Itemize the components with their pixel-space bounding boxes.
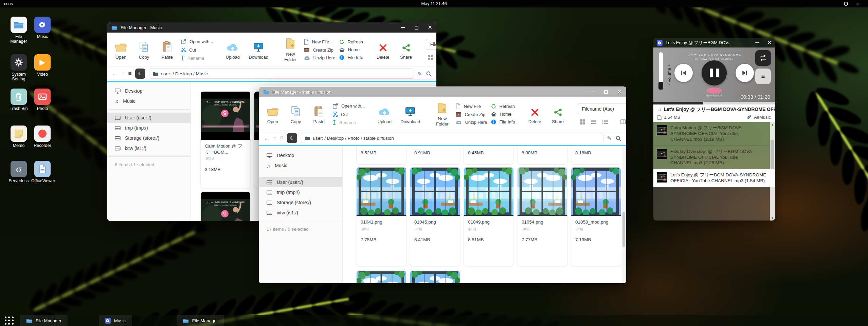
maximize-button[interactable]	[415, 26, 418, 30]
previous-button[interactable]	[674, 64, 693, 82]
sidebar-item-ixtw-drive[interactable]: ixtw (is1:/)	[107, 143, 191, 153]
playlist-item[interactable]: Holiday Overslept @ フリーBGM DOVA-SYNDROME…	[653, 146, 775, 170]
unzip-here-button[interactable]: Unzip Here	[304, 55, 335, 60]
back-icon[interactable]: ←	[112, 71, 118, 77]
edit-path-icon[interactable]: ✎	[607, 135, 612, 141]
upload-button[interactable]: Upload	[223, 40, 242, 60]
scroll-down-icon[interactable]: ▼	[771, 216, 774, 220]
file-card-partial-bottom[interactable]	[356, 270, 406, 283]
menu-list-icon[interactable]: ≡	[128, 70, 132, 77]
sidebar-item-user-drive[interactable]: User (user:/)	[259, 177, 342, 187]
view-grid-icon[interactable]	[580, 119, 585, 124]
file-card-01054[interactable]: 01054.png .png 7.77MB	[517, 167, 567, 266]
new-file-button[interactable]: New File	[456, 103, 487, 109]
home-button[interactable]: Home	[339, 47, 363, 52]
taskbar-item-file-manager-2[interactable]: File Manager	[177, 315, 224, 326]
taskbar-item-file-manager-1[interactable]: File Manager	[20, 315, 68, 326]
up-icon[interactable]: ↑	[273, 135, 276, 141]
sidebar-item-ixtw-drive[interactable]: ixtw (is1:/)	[259, 208, 342, 218]
file-card-partial[interactable]: 8.00MB	[517, 146, 567, 165]
desktop-icon-officeviewer[interactable]: OfficeViewer	[31, 161, 54, 183]
cut-button[interactable]: Cut	[181, 47, 213, 53]
copy-button[interactable]: Copy	[134, 40, 153, 60]
file-card-partial[interactable]: 8.52MB	[356, 146, 406, 165]
view-columns-icon[interactable]	[620, 119, 626, 124]
new-folder-button[interactable]: New Folder	[281, 37, 300, 62]
path-field[interactable]: user: / Desktop / Photo / stable diffusi…	[301, 133, 603, 143]
cut-button[interactable]: Cut	[332, 112, 365, 117]
sidebar-item-desktop[interactable]: Desktop	[259, 150, 342, 160]
file-card-partial[interactable]: 8.45MB	[464, 146, 514, 165]
window1-titlebar[interactable]: File Manager - Music ✕	[107, 22, 436, 33]
file-card-partial-bottom[interactable]	[410, 270, 460, 283]
minimize-button[interactable]	[755, 42, 759, 43]
new-folder-button[interactable]: New Folder	[433, 101, 452, 127]
rename-button[interactable]: Rename	[332, 120, 365, 125]
playlist-button[interactable]: ≡	[755, 69, 771, 84]
open-button[interactable]: Open	[263, 104, 282, 124]
up-icon[interactable]: ↑	[122, 71, 125, 77]
share-button[interactable]: Share	[548, 104, 567, 124]
sort-dropdown[interactable]: Filename (Asc)▼	[426, 39, 436, 50]
files-scrollbar[interactable]	[622, 146, 626, 283]
playlist-scrollbar[interactable]: ▲ ▼	[770, 122, 775, 220]
file-card-row2[interactable]	[200, 192, 251, 221]
file-card-01049[interactable]: 01049.png .png 8.51MB	[464, 167, 514, 266]
share-button[interactable]: Share	[397, 40, 416, 60]
taskbar-item-music[interactable]: Music	[99, 315, 132, 326]
path-field[interactable]: user: / Desktop / Music	[149, 69, 414, 79]
maximize-button[interactable]	[604, 90, 608, 94]
view-detail-icon[interactable]	[602, 119, 608, 124]
open-with-button[interactable]: Open with...	[181, 39, 213, 44]
file-card-calm-motion[interactable]: Calm Motion @ フリーBGM... .mp3 3.18MB	[200, 91, 251, 188]
sort-dropdown[interactable]: Filename (Asc)▼	[578, 103, 626, 114]
sidebar-item-music[interactable]: ♫ Music	[259, 160, 342, 171]
progress-bar[interactable]	[653, 102, 775, 104]
new-file-button[interactable]: New File	[304, 39, 335, 45]
scroll-up-icon[interactable]: ▲	[771, 123, 774, 126]
back-icon[interactable]: ←	[264, 135, 270, 141]
player-titlebar[interactable]: Let’s Enjoy @ フリーBGM DOV... ✕	[653, 38, 775, 47]
close-button[interactable]: ✕	[617, 89, 622, 95]
refresh-button[interactable]: Refresh	[491, 104, 515, 109]
view-list-icon[interactable]	[591, 119, 596, 124]
unzip-here-button[interactable]: Unzip Here	[456, 120, 487, 125]
paste-button[interactable]: Paste	[309, 104, 328, 124]
playlist-item[interactable]: Calm Motion @ フリーBGM DOVA-SYNDROME OFFIC…	[653, 122, 775, 146]
file-card-01058-mod[interactable]: 01058_mod.png .png 7.19MB	[571, 167, 621, 266]
file-card-01041[interactable]: 01041.png .png 7.75MB	[356, 167, 406, 266]
desktop-icon-photo[interactable]: Photo	[31, 89, 54, 111]
view-grid-icon[interactable]	[428, 55, 433, 60]
scroll-thumb[interactable]	[771, 140, 774, 169]
file-card-partial[interactable]: 8.18MB	[571, 146, 621, 165]
download-button[interactable]: Download	[398, 104, 422, 124]
app-launcher-button[interactable]	[4, 316, 14, 325]
window2-titlebar[interactable]: File Manager - stable diffusion ✕	[259, 87, 626, 97]
sidebar-item-user-drive[interactable]: User (user:/)	[107, 113, 191, 123]
sidebar-item-tmp-drive[interactable]: tmp (tmp:/)	[259, 187, 342, 197]
dark-mode-toggle[interactable]: ☾	[287, 133, 297, 143]
sidebar-item-desktop[interactable]: Desktop	[107, 86, 191, 96]
file-info-button[interactable]: File Info	[491, 119, 515, 124]
close-button[interactable]: ✕	[767, 40, 772, 46]
repeat-button[interactable]	[755, 50, 771, 66]
paste-button[interactable]: Paste	[158, 40, 177, 60]
delete-button[interactable]: Delete	[525, 104, 544, 124]
home-button[interactable]: Home	[491, 112, 515, 117]
menu-list-icon[interactable]: ≡	[280, 135, 284, 141]
desktop-icon-memo[interactable]: Memo	[7, 126, 30, 148]
desktop-icon-system-setting[interactable]: System Setting	[7, 54, 30, 82]
sidebar-item-tmp-drive[interactable]: tmp (tmp:/)	[107, 123, 191, 133]
rename-button[interactable]: Rename	[181, 55, 213, 61]
close-button[interactable]: ✕	[428, 25, 432, 30]
create-zip-button[interactable]: Create Zip	[304, 47, 335, 53]
desktop-icon-recorder[interactable]: Recorder	[31, 126, 54, 148]
desktop-icon-video[interactable]: ▶ Video	[31, 54, 54, 77]
next-button[interactable]	[736, 64, 754, 82]
playlist-item-current[interactable]: Let's Enjoy @ フリーBGM DOVA-SYNDROME OFFIC…	[653, 169, 775, 187]
edit-path-icon[interactable]: ✎	[418, 71, 422, 77]
sidebar-item-storage-drive[interactable]: Storage (store:/)	[259, 197, 342, 208]
open-button[interactable]: Open	[111, 40, 130, 60]
minimize-button[interactable]	[401, 27, 405, 28]
desktop-icon-music[interactable]: Music	[31, 17, 54, 39]
